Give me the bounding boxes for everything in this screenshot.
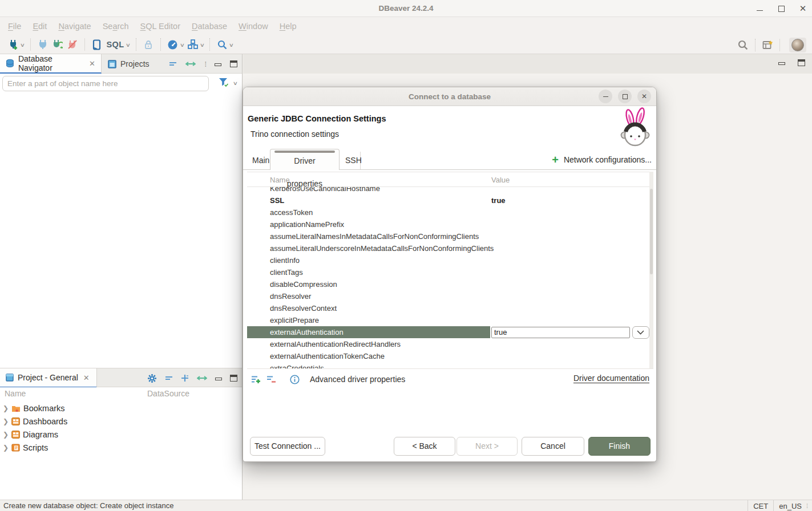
driver-documentation-link[interactable]: Driver documentation [573, 374, 649, 383]
property-row[interactable]: applicationNamePrefix [247, 218, 649, 230]
value-dropdown-button[interactable] [632, 326, 649, 339]
property-row[interactable]: extraCredentials [247, 362, 649, 368]
transfer-dropdown-icon[interactable]: ∨ [199, 42, 204, 48]
panel-maximize-icon[interactable] [230, 60, 237, 67]
property-row[interactable]: externalAuthenticationTokenCache [247, 350, 649, 362]
back-button[interactable]: < Back [394, 437, 455, 456]
project-tab-close-icon[interactable]: ✕ [83, 374, 90, 382]
property-row[interactable]: clientInfo [247, 254, 649, 266]
tab-project-general[interactable]: Project - General ✕ [0, 368, 97, 388]
property-value [490, 278, 649, 290]
link-editor-icon[interactable] [197, 375, 207, 382]
connect-icon[interactable] [37, 39, 49, 50]
menu-search[interactable]: Search [97, 17, 135, 35]
finish-button[interactable]: Finish [588, 437, 651, 456]
sql-editor-icon[interactable] [91, 39, 103, 50]
property-name: dnsResolverContext [247, 302, 490, 314]
panel-maximize-icon[interactable] [230, 375, 237, 382]
status-locale[interactable]: en_US [779, 502, 802, 510]
object-filter-input[interactable] [2, 76, 209, 91]
property-value: true [490, 194, 649, 206]
property-row[interactable]: explicitPrepare [247, 314, 649, 326]
user-avatar-button[interactable] [789, 38, 806, 52]
test-connection-button[interactable]: Test Connection ... [250, 437, 325, 456]
menu-help[interactable]: Help [274, 17, 302, 35]
editor-minimize-icon[interactable] [778, 62, 785, 65]
property-row[interactable]: dnsResolver [247, 290, 649, 302]
menu-window[interactable]: Window [233, 17, 274, 35]
gear-icon[interactable] [147, 374, 157, 383]
expand-chevron-icon[interactable]: ❯ [3, 431, 9, 439]
menu-edit[interactable]: Edit [27, 17, 52, 35]
network-configurations-button[interactable]: + Network configurations... [552, 155, 652, 165]
tab-projects[interactable]: Projects [102, 54, 155, 74]
panel-minimize-icon[interactable] [215, 63, 221, 66]
property-row[interactable]: externalAuthentication [247, 326, 649, 338]
dashboard-gauge-icon[interactable] [167, 39, 179, 50]
tab-database-navigator[interactable]: Database Navigator ✕ [0, 54, 102, 74]
filter-funnel-icon[interactable] [219, 78, 229, 87]
window-maximize-button[interactable] [777, 4, 786, 13]
expand-chevron-icon[interactable]: ❯ [3, 404, 9, 412]
property-value-input[interactable] [491, 327, 630, 338]
add-property-icon[interactable] [251, 375, 261, 384]
search-dropdown-icon[interactable]: ∨ [229, 42, 234, 48]
menu-navigate[interactable]: Navigate [52, 17, 96, 35]
dialog-close-button[interactable]: ✕ [637, 90, 651, 103]
quick-search-icon[interactable] [737, 39, 749, 51]
filter-dropdown-icon[interactable]: ∨ [233, 80, 238, 86]
link-editor-icon[interactable] [185, 60, 196, 67]
menu-database[interactable]: Database [186, 17, 233, 35]
tree-item-label: Diagrams [23, 430, 58, 439]
dialog-titlebar[interactable]: Connect to a database ✕ [243, 87, 656, 106]
menu-sql-editor[interactable]: SQL Editor [135, 17, 186, 35]
new-connection-dropdown-icon[interactable]: ∨ [20, 42, 25, 48]
expand-chevron-icon[interactable]: ❯ [3, 417, 9, 425]
menu-file[interactable]: File [2, 17, 27, 35]
tab-driver-properties[interactable]: Driver properties [270, 149, 340, 170]
status-timezone[interactable]: CET [753, 502, 768, 510]
dialog-minimize-button[interactable] [599, 90, 612, 103]
property-row[interactable]: clientTags [247, 266, 649, 278]
collapse-all-icon[interactable] [165, 375, 173, 381]
tree-item-scripts[interactable]: ❯Scripts [0, 441, 242, 454]
cancel-button[interactable]: Cancel [522, 437, 584, 456]
window-close-button[interactable]: ✕ [798, 4, 807, 13]
perspective-icon[interactable] [762, 39, 773, 51]
panel-minimize-icon[interactable] [215, 378, 222, 380]
property-row[interactable]: dnsResolverContext [247, 302, 649, 314]
editor-maximize-icon[interactable] [798, 59, 805, 66]
property-name: disableCompression [247, 278, 490, 290]
dialog-maximize-button[interactable] [618, 90, 632, 103]
collapse-all-icon[interactable] [169, 61, 177, 67]
tree-item-bookmarks[interactable]: ❯Bookmarks [0, 402, 242, 415]
property-row[interactable]: accessToken [247, 206, 649, 218]
tree-item-diagrams[interactable]: ❯Diagrams [0, 428, 242, 441]
sql-editor-label[interactable]: SQL [107, 40, 124, 49]
property-row[interactable]: externalAuthenticationRedirectHandlers [247, 338, 649, 350]
disconnect-icon[interactable] [67, 39, 78, 50]
toolbar-search-icon[interactable] [216, 39, 228, 50]
dashboard-dropdown-icon[interactable]: ∨ [180, 42, 185, 48]
tree-item-dashboards[interactable]: ❯Dashboards [0, 415, 242, 428]
sql-editor-dropdown-icon[interactable]: ∨ [126, 42, 131, 48]
expand-chevron-icon[interactable]: ❯ [3, 444, 9, 452]
tab-main[interactable]: Main [247, 152, 270, 170]
tab-close-icon[interactable]: ✕ [89, 59, 95, 68]
property-row[interactable]: disableCompression [247, 278, 649, 290]
window-minimize-button[interactable] [755, 4, 764, 13]
scrollbar-thumb[interactable] [650, 189, 653, 274]
property-row[interactable]: SSLtrue [247, 194, 649, 206]
expand-all-icon[interactable] [181, 374, 189, 382]
property-value [490, 326, 649, 338]
reconnect-icon[interactable] [52, 39, 63, 50]
tab-ssh[interactable]: SSH [340, 152, 361, 170]
table-scrollbar[interactable] [649, 172, 653, 368]
menubar: FileEditNavigateSearchSQL EditorDatabase… [0, 17, 812, 35]
remove-property-icon[interactable] [266, 375, 276, 384]
data-transfer-icon[interactable] [187, 39, 199, 50]
property-row[interactable]: assumeLiteralUnderscoreInMetadataCallsFo… [247, 242, 649, 254]
panel-menu-icon[interactable]: ⁞ [204, 60, 206, 68]
property-row[interactable]: assumeLiteralNamesInMetadataCallsForNonC… [247, 230, 649, 242]
new-connection-icon[interactable] [7, 39, 19, 50]
